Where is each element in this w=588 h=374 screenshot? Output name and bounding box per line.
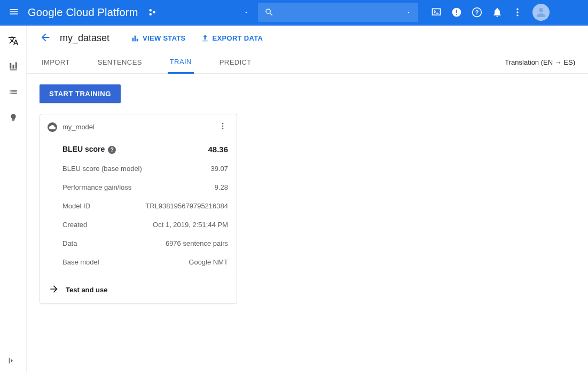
row-bleu-score: BLEU score? 48.36 xyxy=(62,139,237,159)
svg-rect-13 xyxy=(12,65,14,69)
svg-rect-16 xyxy=(132,37,134,41)
content-area: START TRAINING my_model BLEU score? 48.3… xyxy=(27,74,588,315)
card-body: BLEU score? 48.36 BLEU score (base model… xyxy=(40,136,237,276)
sidebar xyxy=(0,26,27,373)
row-base-model: Base model Google NMT xyxy=(62,253,237,271)
row-data: Data 6976 sentence pairs xyxy=(62,234,237,253)
svg-point-0 xyxy=(149,9,152,12)
subheader: my_dataset VIEW STATS EXPORT DATA xyxy=(27,26,588,51)
svg-point-9 xyxy=(516,11,518,13)
bar-chart-icon xyxy=(131,34,139,43)
svg-text:?: ? xyxy=(475,9,479,15)
svg-rect-4 xyxy=(456,10,457,13)
row-gain: Performance gain/loss 9.28 xyxy=(62,178,237,197)
cloud-icon xyxy=(48,122,57,132)
row-bleu-base: BLEU score (base model) 39.07 xyxy=(62,159,237,178)
model-name: my_model xyxy=(62,123,216,131)
main-content: my_dataset VIEW STATS EXPORT DATA IMPORT… xyxy=(27,26,588,373)
svg-rect-17 xyxy=(135,35,136,41)
card-menu-icon[interactable] xyxy=(216,122,229,132)
arrow-right-icon xyxy=(49,284,59,296)
topbar-right-icons: ? xyxy=(431,4,550,21)
svg-point-1 xyxy=(149,13,152,16)
svg-point-21 xyxy=(222,128,224,129)
start-training-button[interactable]: START TRAINING xyxy=(40,84,121,103)
account-avatar[interactable] xyxy=(532,4,550,21)
svg-rect-5 xyxy=(456,14,457,15)
svg-point-11 xyxy=(539,8,543,12)
search-bar[interactable] xyxy=(258,3,418,22)
view-stats-button[interactable]: VIEW STATS xyxy=(131,34,186,43)
expand-sidebar-icon[interactable] xyxy=(7,356,16,367)
translation-label: Translation (EN → ES) xyxy=(505,58,575,66)
datasets-icon[interactable] xyxy=(8,61,19,72)
svg-point-8 xyxy=(516,9,518,10)
tab-import[interactable]: IMPORT xyxy=(40,51,72,73)
row-created: Created Oct 1, 2019, 2:51:44 PM xyxy=(62,215,237,234)
help-icon[interactable]: ? xyxy=(472,7,482,18)
more-icon[interactable] xyxy=(512,7,523,18)
brand-title: Google Cloud Platform xyxy=(28,6,138,19)
search-icon xyxy=(264,7,274,17)
svg-point-2 xyxy=(153,11,155,14)
dataset-title: my_dataset xyxy=(60,33,109,44)
model-card: my_model BLEU score? 48.36 BLEU score (b… xyxy=(40,114,237,304)
row-model-id: Model ID TRL938195679795216384 xyxy=(62,197,237,215)
svg-point-10 xyxy=(516,14,518,16)
export-icon xyxy=(201,34,209,43)
menu-icon[interactable] xyxy=(9,6,21,19)
svg-rect-12 xyxy=(10,63,11,69)
back-button[interactable] xyxy=(40,32,51,45)
project-dropdown[interactable] xyxy=(163,9,254,15)
help-icon[interactable]: ? xyxy=(108,146,116,154)
notifications-icon[interactable] xyxy=(492,7,503,18)
cloud-shell-icon[interactable] xyxy=(431,7,442,18)
svg-rect-14 xyxy=(15,63,17,69)
project-selector-icon[interactable] xyxy=(147,7,156,17)
translate-icon[interactable] xyxy=(8,35,19,46)
search-dropdown-icon[interactable] xyxy=(405,9,412,15)
tabs: IMPORT SENTENCES TRAIN PREDICT Translati… xyxy=(27,51,588,74)
svg-point-19 xyxy=(222,123,224,124)
topbar: Google Cloud Platform ? xyxy=(0,0,588,26)
export-data-button[interactable]: EXPORT DATA xyxy=(201,34,263,43)
svg-point-20 xyxy=(222,126,224,127)
tab-predict[interactable]: PREDICT xyxy=(217,51,254,73)
tab-train[interactable]: TRAIN xyxy=(168,52,194,74)
test-and-use-button[interactable]: Test and use xyxy=(40,276,237,303)
list-icon[interactable] xyxy=(8,87,19,97)
svg-rect-18 xyxy=(137,38,138,41)
card-header: my_model xyxy=(40,114,237,136)
lightbulb-icon[interactable] xyxy=(8,112,19,123)
tab-sentences[interactable]: SENTENCES xyxy=(96,51,144,73)
alert-icon[interactable] xyxy=(451,7,462,18)
svg-rect-15 xyxy=(10,69,17,71)
